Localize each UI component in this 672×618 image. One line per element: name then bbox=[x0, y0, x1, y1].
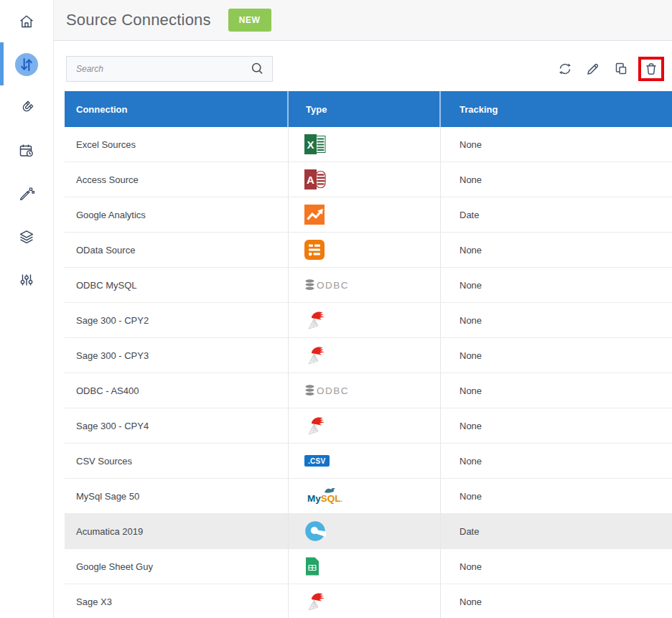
sql-server-icon bbox=[304, 309, 326, 331]
column-header-tracking[interactable]: Tracking bbox=[441, 91, 672, 127]
connection-cell: Excel Sources bbox=[65, 127, 289, 161]
table-row[interactable]: MySql Sage 50MySQL.None bbox=[65, 479, 672, 514]
type-cell: ODBC bbox=[289, 268, 441, 302]
connection-name: MySql Sage 50 bbox=[76, 491, 139, 502]
calendar-clock-icon bbox=[18, 142, 35, 159]
type-cell bbox=[289, 233, 441, 267]
refresh-icon bbox=[557, 61, 573, 77]
connection-cell: OData Source bbox=[65, 233, 289, 267]
connection-cell: Sage X3 bbox=[65, 584, 289, 618]
new-button[interactable]: NEW bbox=[228, 9, 271, 32]
connection-cell: CSV Sources bbox=[65, 444, 289, 478]
sql-server-icon bbox=[304, 345, 326, 366]
connection-name: Sage X3 bbox=[76, 596, 112, 607]
search-box bbox=[66, 56, 273, 82]
connection-cell: Google Sheet Guy bbox=[65, 549, 289, 584]
tracking-cell: None bbox=[441, 584, 672, 618]
access-icon: A bbox=[304, 169, 326, 189]
excel-icon: X bbox=[304, 134, 326, 154]
odbc-icon: ODBC bbox=[304, 278, 350, 291]
table-row[interactable]: OData SourceNone bbox=[65, 233, 672, 268]
type-cell: ODBC bbox=[289, 373, 441, 408]
tracking-cell: None bbox=[441, 549, 672, 584]
connection-cell: Acumatica 2019 bbox=[65, 514, 289, 548]
tracking-cell: None bbox=[441, 162, 672, 197]
table-row[interactable]: Excel SourcesXNone bbox=[65, 127, 672, 162]
connection-name: ODBC MySQL bbox=[76, 280, 137, 291]
delete-icon bbox=[643, 61, 659, 77]
table-row[interactable]: Sage 300 - CPY2None bbox=[65, 303, 672, 338]
tracking-value: None bbox=[459, 139, 482, 150]
sidebar-item-settings[interactable] bbox=[0, 258, 53, 301]
table-body: Excel SourcesXNoneAccess SourceANoneGoog… bbox=[65, 127, 672, 618]
column-header-type[interactable]: Type bbox=[289, 91, 441, 127]
odbc-icon: ODBC bbox=[304, 384, 350, 397]
tracking-value: None bbox=[459, 174, 482, 185]
tracking-value: None bbox=[459, 491, 482, 502]
connection-name: Sage 300 - CPY2 bbox=[76, 315, 149, 326]
tracking-value: None bbox=[459, 596, 482, 607]
table-row[interactable]: Acumatica 2019Date bbox=[65, 514, 672, 549]
tracking-value: None bbox=[459, 421, 482, 431]
connection-name: Google Sheet Guy bbox=[76, 561, 153, 572]
search-icon[interactable] bbox=[250, 61, 266, 77]
connection-name: ODBC - AS400 bbox=[76, 385, 139, 396]
copy-button[interactable] bbox=[610, 58, 632, 80]
connection-cell: Access Source bbox=[65, 162, 289, 197]
tracking-cell: None bbox=[441, 127, 672, 161]
tracking-cell: Date bbox=[441, 514, 672, 548]
table-row[interactable]: Access SourceANone bbox=[65, 162, 672, 197]
table-row[interactable]: Google Sheet GuyNone bbox=[65, 549, 672, 584]
sidebar-item-wand[interactable] bbox=[0, 172, 53, 215]
sidebar-item-connections[interactable] bbox=[0, 43, 53, 86]
type-cell: .CSV bbox=[289, 444, 441, 478]
table-row[interactable]: Sage X3None bbox=[65, 584, 672, 618]
tracking-value: None bbox=[459, 385, 482, 396]
tracking-value: Date bbox=[459, 526, 479, 537]
tracking-cell: None bbox=[441, 479, 672, 513]
type-cell bbox=[289, 338, 441, 373]
column-header-label: Connection bbox=[76, 104, 128, 115]
type-cell bbox=[289, 303, 441, 337]
column-header-connection[interactable]: Connection bbox=[65, 91, 289, 127]
google-sheets-icon bbox=[304, 556, 320, 576]
type-cell bbox=[289, 408, 441, 443]
tracking-cell: Date bbox=[441, 197, 672, 232]
toolbar bbox=[54, 41, 672, 91]
sidebar-item-home[interactable] bbox=[0, 0, 53, 43]
sidebar-item-schedule[interactable] bbox=[0, 129, 53, 172]
connection-cell: Google Analytics bbox=[65, 197, 289, 232]
connection-cell: Sage 300 - CPY2 bbox=[65, 303, 289, 337]
magnet-icon bbox=[18, 99, 35, 116]
sidebar-item-layers[interactable] bbox=[0, 215, 53, 258]
table-header-row: ConnectionTypeTracking bbox=[65, 91, 672, 127]
layers-icon bbox=[18, 228, 35, 245]
type-cell bbox=[289, 584, 441, 618]
edit-button[interactable] bbox=[582, 58, 604, 80]
odata-icon bbox=[304, 240, 325, 260]
connection-name: CSV Sources bbox=[76, 456, 132, 467]
edit-icon bbox=[585, 61, 601, 77]
toolbar-actions bbox=[554, 57, 665, 81]
table-row[interactable]: Sage 300 - CPY3None bbox=[65, 338, 672, 373]
connection-name: Google Analytics bbox=[76, 210, 146, 220]
table-row[interactable]: ODBC MySQLODBCNone bbox=[65, 268, 672, 303]
table-row[interactable]: Sage 300 - CPY4None bbox=[65, 408, 672, 444]
tracking-cell: None bbox=[441, 408, 672, 443]
table-row[interactable]: Google AnalyticsDate bbox=[65, 197, 672, 233]
type-cell: A bbox=[289, 162, 441, 197]
home-icon bbox=[18, 13, 35, 30]
connections-table: ConnectionTypeTracking Excel SourcesXNon… bbox=[65, 91, 672, 618]
acumatica-icon bbox=[304, 520, 326, 542]
column-header-label: Tracking bbox=[459, 104, 498, 115]
tracking-cell: None bbox=[441, 233, 672, 267]
type-cell bbox=[289, 514, 441, 548]
delete-button[interactable] bbox=[638, 57, 664, 81]
sidebar-item-magnet[interactable] bbox=[0, 86, 53, 129]
table-row[interactable]: ODBC - AS400ODBCNone bbox=[65, 373, 672, 408]
search-input[interactable] bbox=[75, 63, 250, 75]
table-row[interactable]: CSV Sources.CSVNone bbox=[65, 444, 672, 479]
connection-cell: Sage 300 - CPY3 bbox=[65, 338, 289, 373]
tracking-value: None bbox=[459, 350, 482, 361]
refresh-button[interactable] bbox=[554, 58, 576, 80]
